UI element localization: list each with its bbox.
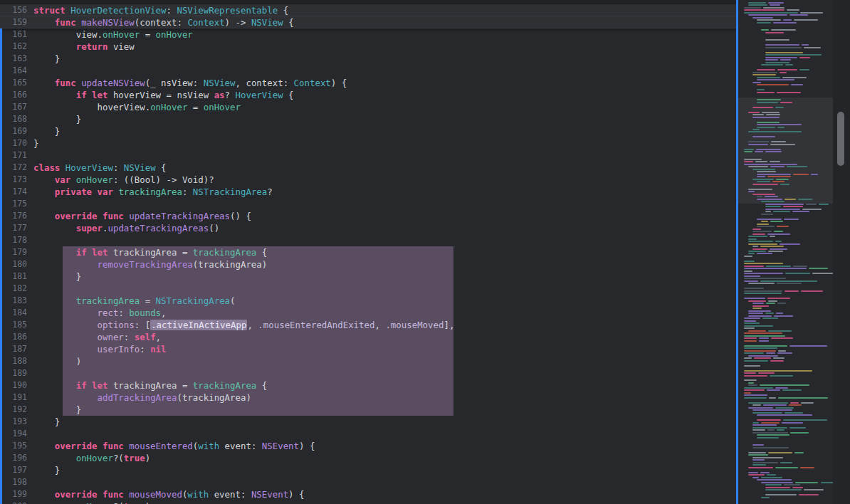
line-number[interactable]: 178 bbox=[0, 234, 27, 246]
minimap-code-bar bbox=[757, 219, 782, 220]
line-number[interactable]: 186 bbox=[0, 331, 27, 343]
code-line[interactable]: 195 override func mouseEntered(with even… bbox=[0, 440, 736, 452]
code-token: ) bbox=[145, 453, 150, 463]
code-line[interactable]: 159 func makeNSView(context: Context) ->… bbox=[0, 16, 736, 28]
line-number[interactable]: 177 bbox=[0, 222, 27, 234]
code-line[interactable]: 174 private var trackingArea: NSTracking… bbox=[0, 186, 736, 198]
minimap-code-bar bbox=[748, 251, 766, 252]
code-line[interactable]: 166 if let hoverView = nsView as? HoverV… bbox=[0, 89, 736, 101]
code-line[interactable]: 194 bbox=[0, 428, 736, 440]
code-line[interactable]: 185 options: [.activeInActiveApp, .mouse… bbox=[0, 319, 736, 331]
code-token bbox=[33, 344, 98, 355]
line-number[interactable]: 169 bbox=[0, 125, 27, 137]
code-line[interactable]: 170} bbox=[0, 137, 736, 149]
code-line[interactable]: 181 } bbox=[0, 271, 736, 283]
line-number[interactable]: 162 bbox=[0, 41, 27, 53]
code-line[interactable]: 172class HoverView: NSView { bbox=[0, 162, 736, 174]
code-line[interactable]: 162 return view bbox=[0, 41, 736, 53]
line-number[interactable]: 166 bbox=[0, 89, 27, 101]
code-line[interactable]: 156struct HoverDetectionView: NSViewRepr… bbox=[0, 4, 736, 16]
line-number[interactable]: 196 bbox=[0, 452, 27, 464]
line-number[interactable]: 192 bbox=[0, 404, 27, 416]
line-number[interactable]: 200 bbox=[0, 500, 27, 504]
line-number[interactable]: 175 bbox=[0, 198, 27, 210]
code-line[interactable]: 187 userInfo: nil bbox=[0, 343, 736, 355]
line-number[interactable]: 194 bbox=[0, 428, 27, 440]
code-line[interactable]: 175 bbox=[0, 198, 736, 210]
code-line[interactable]: 188 ) bbox=[0, 355, 736, 367]
line-number[interactable]: 182 bbox=[0, 283, 27, 295]
code-line[interactable]: 199 override func mouseMoved(with event:… bbox=[0, 488, 736, 500]
line-number[interactable]: 197 bbox=[0, 464, 27, 476]
line-number[interactable]: 180 bbox=[0, 258, 27, 271]
code-line[interactable]: 167 hoverView.onHover = onHover bbox=[0, 101, 736, 113]
line-number[interactable]: 173 bbox=[0, 174, 27, 186]
line-number[interactable]: 172 bbox=[0, 162, 27, 174]
code-line[interactable]: 177 super.updateTrackingAreas() bbox=[0, 222, 736, 234]
code-text: onHover?(true) bbox=[33, 500, 736, 504]
code-line[interactable]: 192 } bbox=[0, 404, 736, 416]
line-number[interactable]: 159 bbox=[0, 16, 27, 28]
minimap[interactable] bbox=[738, 0, 833, 504]
code-line[interactable]: 190 if let trackingArea = trackingArea { bbox=[0, 379, 736, 392]
minimap-code-bar bbox=[752, 305, 769, 307]
code-line[interactable]: 176 override func updateTrackingAreas() … bbox=[0, 210, 736, 222]
code-line[interactable]: 182 bbox=[0, 283, 736, 295]
line-number[interactable]: 176 bbox=[0, 210, 27, 222]
code-line[interactable]: 193 } bbox=[0, 416, 736, 428]
code-line[interactable]: 179 if let trackingArea = trackingArea { bbox=[0, 246, 736, 258]
line-number[interactable]: 165 bbox=[0, 77, 27, 89]
minimap-code-bar bbox=[774, 315, 794, 317]
line-number[interactable]: 185 bbox=[0, 319, 27, 331]
line-number[interactable]: 163 bbox=[0, 53, 27, 65]
code-line[interactable]: 198 bbox=[0, 476, 736, 488]
code-line[interactable]: 163 } bbox=[0, 53, 736, 65]
line-number[interactable]: 190 bbox=[0, 379, 27, 392]
code-line[interactable]: 178 bbox=[0, 234, 736, 246]
line-number[interactable]: 195 bbox=[0, 440, 27, 452]
vertical-scrollbar[interactable] bbox=[833, 0, 850, 504]
code-line[interactable]: 180 removeTrackingArea(trackingArea) bbox=[0, 258, 736, 271]
line-number[interactable]: 193 bbox=[0, 416, 27, 428]
line-number[interactable]: 198 bbox=[0, 476, 27, 488]
line-number[interactable]: 164 bbox=[0, 65, 27, 77]
code-line[interactable]: 186 owner: self, bbox=[0, 331, 736, 343]
line-number[interactable]: 188 bbox=[0, 355, 27, 367]
line-number[interactable]: 174 bbox=[0, 186, 27, 198]
minimap-code-bar bbox=[757, 434, 789, 436]
code-line[interactable]: 161 view.onHover = onHover bbox=[0, 28, 736, 41]
code-line[interactable]: 173 var onHover: ((Bool) -> Void)? bbox=[0, 174, 736, 186]
code-line[interactable]: 183 trackingArea = NSTrackingArea( bbox=[0, 295, 736, 307]
code-line[interactable]: 196 onHover?(true) bbox=[0, 452, 736, 464]
line-number[interactable]: 184 bbox=[0, 307, 27, 319]
code-line[interactable]: 171 bbox=[0, 149, 736, 162]
line-number[interactable]: 168 bbox=[0, 113, 27, 125]
line-number[interactable]: 183 bbox=[0, 295, 27, 307]
line-number[interactable]: 179 bbox=[0, 246, 27, 258]
scrollbar-thumb[interactable] bbox=[837, 112, 844, 166]
line-number[interactable]: 191 bbox=[0, 392, 27, 404]
minimap-code-bar bbox=[783, 419, 827, 421]
line-number[interactable]: 161 bbox=[0, 28, 27, 41]
code-line[interactable]: 164 bbox=[0, 65, 736, 77]
code-area[interactable]: 161 view.onHover = onHover162 return vie… bbox=[0, 28, 736, 504]
line-number[interactable]: 181 bbox=[0, 271, 27, 283]
code-line[interactable]: 189 bbox=[0, 367, 736, 379]
line-number[interactable]: 189 bbox=[0, 367, 27, 379]
code-token: () { bbox=[230, 211, 251, 221]
code-line[interactable]: 165 func updateNSView(_ nsView: NSView, … bbox=[0, 77, 736, 89]
code-token: NSView bbox=[204, 78, 236, 88]
code-line[interactable]: 169 } bbox=[0, 125, 736, 137]
line-number[interactable]: 156 bbox=[0, 4, 27, 16]
code-line[interactable]: 191 addTrackingArea(trackingArea) bbox=[0, 392, 736, 404]
code-line[interactable]: 197 } bbox=[0, 464, 736, 476]
code-line[interactable]: 168 } bbox=[0, 113, 736, 125]
code-line[interactable]: 200 onHover?(true) bbox=[0, 500, 736, 504]
code-line[interactable]: 184 rect: bounds, bbox=[0, 307, 736, 319]
line-number[interactable]: 167 bbox=[0, 101, 27, 113]
line-number[interactable]: 199 bbox=[0, 488, 27, 500]
line-number[interactable]: 171 bbox=[0, 149, 27, 162]
minimap-code-bar bbox=[744, 375, 767, 377]
line-number[interactable]: 187 bbox=[0, 343, 27, 355]
line-number[interactable]: 170 bbox=[0, 137, 27, 149]
